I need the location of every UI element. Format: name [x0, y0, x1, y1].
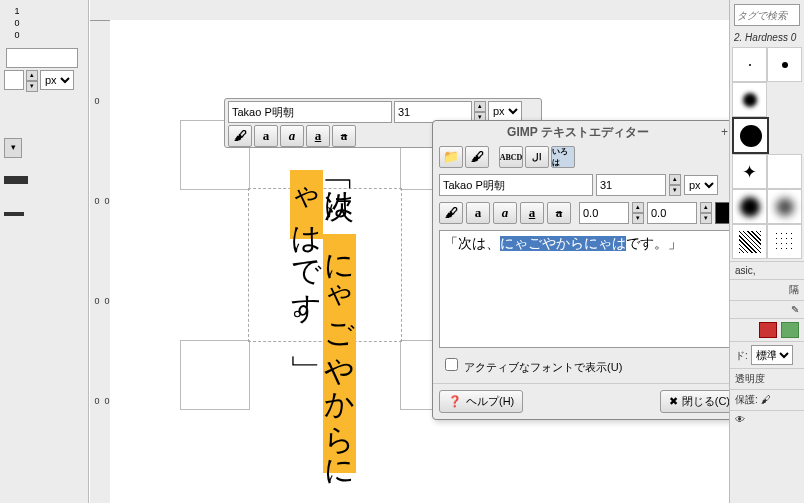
- tool-indicator: [4, 176, 28, 184]
- open-icon[interactable]: 📁: [439, 146, 463, 168]
- font-input[interactable]: [439, 174, 593, 196]
- ruler-tick: 0: [12, 18, 22, 28]
- clear-icon[interactable]: 🖌: [465, 146, 489, 168]
- mode-row[interactable]: ド: 標準: [730, 341, 804, 368]
- clear-icon[interactable]: 🖌: [439, 202, 463, 224]
- unit-select[interactable]: px: [40, 70, 74, 90]
- dialog-title: GIMP テキストエディター: [439, 124, 717, 141]
- horizontal-ruler: [90, 0, 730, 21]
- underline-icon[interactable]: a: [520, 202, 544, 224]
- vertical-icon[interactable]: いろは: [551, 146, 575, 168]
- italic-icon[interactable]: a: [280, 125, 304, 147]
- ltr-icon[interactable]: ABCD: [499, 146, 523, 168]
- clear-icon[interactable]: 🖌: [228, 125, 252, 147]
- brush-grid[interactable]: ✦: [730, 45, 804, 261]
- protect-row[interactable]: 保護: 🖌: [730, 389, 804, 410]
- coord-input[interactable]: [6, 48, 78, 68]
- ruler-tick: 1: [12, 6, 22, 16]
- rtl-icon[interactable]: ال: [525, 146, 549, 168]
- active-font-checkbox[interactable]: アクティブなフォントで表示(U): [441, 361, 622, 373]
- help-button[interactable]: ❓ヘルプ(H): [439, 390, 523, 413]
- vertical-ruler: 0 1 0 0 2 0 0 3 0 0: [90, 0, 111, 503]
- spin-buttons[interactable]: ▴▾: [26, 70, 38, 92]
- bold-icon[interactable]: a: [466, 202, 490, 224]
- ruler-tick: 0: [12, 30, 22, 40]
- right-dock: 2. Hardness 0 ✦ asic, 隔 ✎ ド: 標準 透明度 保護: …: [729, 0, 804, 503]
- font-input[interactable]: [228, 101, 392, 123]
- pencil-icon[interactable]: ✎: [730, 300, 804, 318]
- size-spin[interactable]: ▴▾: [669, 174, 681, 196]
- brush-label: 2. Hardness 0: [730, 30, 804, 45]
- tag-search-input[interactable]: [734, 4, 800, 26]
- panel-item[interactable]: asic,: [730, 261, 804, 279]
- layer-visibility[interactable]: 👁: [730, 410, 804, 428]
- tool-indicator: [4, 212, 24, 216]
- close-button[interactable]: ✖閉じる(C): [660, 390, 739, 413]
- opacity-label: 透明度: [730, 368, 804, 389]
- kern-spin[interactable]: ▴▾: [632, 202, 644, 224]
- canvas-text[interactable]: 「次は、にゃごやからにゃはです。」: [290, 170, 356, 503]
- strike-icon[interactable]: a: [547, 202, 571, 224]
- size-input[interactable]: [596, 174, 666, 196]
- kern1-input[interactable]: [579, 202, 629, 224]
- panel-item[interactable]: [730, 318, 804, 341]
- text-editor-dialog: GIMP テキストエディター + × 📁 🖌 ABCD ال いろは ▴▾ px…: [432, 120, 746, 420]
- unit-select[interactable]: px: [488, 101, 522, 121]
- bold-icon[interactable]: a: [254, 125, 278, 147]
- kern2-input[interactable]: [647, 202, 697, 224]
- kern-spin[interactable]: ▴▾: [700, 202, 712, 224]
- text-editor-area[interactable]: 「次は、にゃごやからにゃはです。」: [439, 230, 739, 348]
- panel-item[interactable]: 隔: [730, 279, 804, 300]
- unit-select[interactable]: px: [684, 175, 718, 195]
- strike-icon[interactable]: a: [332, 125, 356, 147]
- minimize-icon[interactable]: +: [721, 125, 728, 139]
- coord-spinner[interactable]: [4, 70, 24, 90]
- underline-icon[interactable]: a: [306, 125, 330, 147]
- tool-button[interactable]: ▾: [4, 138, 22, 158]
- italic-icon[interactable]: a: [493, 202, 517, 224]
